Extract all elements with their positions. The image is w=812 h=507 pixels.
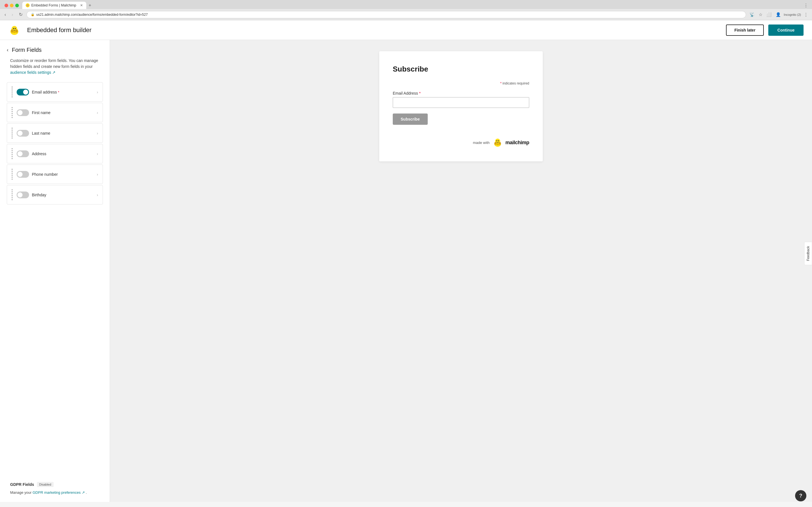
lock-icon: 🔒 <box>31 13 35 16</box>
app-header: Embedded form builder Finish later Conti… <box>0 20 812 40</box>
toggle-phone[interactable] <box>17 171 29 178</box>
field-label-email: Email address * <box>32 90 94 94</box>
field-item-birthday[interactable]: Birthday › <box>7 185 103 205</box>
sidebar-description: Customize or reorder form fields. You ca… <box>0 58 110 82</box>
svg-point-10 <box>499 142 501 145</box>
field-list: Email address * › First name › <box>0 82 110 205</box>
finish-later-button[interactable]: Finish later <box>726 24 764 36</box>
url-text: us21.admin.mailchimp.com/audience/forms/… <box>36 13 148 17</box>
incognito-label: Incognito (2) <box>784 13 801 16</box>
window-close-btn[interactable] <box>4 4 8 7</box>
mailchimp-monkey-icon <box>492 137 503 148</box>
window-minimize-btn[interactable] <box>10 4 13 7</box>
gdpr-description: Manage your GDPR marketing preferences ↗… <box>10 490 100 496</box>
field-item-phone[interactable]: Phone number › <box>7 165 103 184</box>
back-button[interactable]: ‹ <box>3 11 8 18</box>
field-label-last-name: Last name <box>32 131 94 135</box>
audience-fields-link[interactable]: audience fields settings ↗ <box>10 70 56 75</box>
chevron-icon-last-name: › <box>97 131 98 135</box>
sidebar-title: Form Fields <box>12 47 42 53</box>
extensions-icon[interactable]: ⬜ <box>765 11 773 18</box>
chevron-icon-first-name: › <box>97 110 98 115</box>
field-item-email[interactable]: Email address * › <box>7 82 103 102</box>
subscribe-button[interactable]: Subscribe <box>393 114 428 125</box>
required-note: * indicates required <box>393 81 529 86</box>
field-label-phone: Phone number <box>32 172 94 177</box>
svg-point-5 <box>15 28 16 29</box>
preview-area: Subscribe * indicates required Email Add… <box>110 40 812 502</box>
field-label-birthday: Birthday <box>32 193 94 197</box>
mailchimp-logo: mailchimp <box>492 137 529 148</box>
gdpr-marketing-link[interactable]: GDPR marketing preferences ↗ <box>33 490 85 495</box>
chevron-icon-birthday: › <box>97 193 98 197</box>
field-label-address: Address <box>32 152 94 156</box>
tab-favicon: 🐵 <box>26 3 30 7</box>
required-asterisk: * <box>500 81 502 86</box>
email-input[interactable] <box>393 97 529 108</box>
svg-point-6 <box>13 31 16 33</box>
field-item-last-name[interactable]: Last name › <box>7 123 103 143</box>
gdpr-status-badge: Disabled <box>37 482 54 487</box>
cast-icon[interactable]: 📡 <box>748 11 756 18</box>
browser-settings-icon[interactable]: ⋮ <box>803 11 809 18</box>
toggle-first-name[interactable] <box>17 109 29 116</box>
help-button[interactable]: ? <box>795 490 806 501</box>
window-maximize-btn[interactable] <box>15 4 19 7</box>
tab-close-icon[interactable]: ✕ <box>80 3 83 7</box>
bookmark-icon[interactable]: ☆ <box>758 11 763 18</box>
new-tab-button[interactable]: + <box>86 2 93 9</box>
continue-button[interactable]: Continue <box>768 24 804 36</box>
profile-icon[interactable]: 👤 <box>774 11 782 18</box>
email-required-asterisk: * <box>419 91 420 96</box>
sidebar: ‹ Form Fields Customize or reorder form … <box>0 40 110 502</box>
address-bar[interactable]: 🔒 us21.admin.mailchimp.com/audience/form… <box>27 11 746 18</box>
chevron-icon-phone: › <box>97 172 98 177</box>
required-asterisk-email: * <box>58 91 59 94</box>
field-label-first-name: First name <box>32 110 94 115</box>
app-title: Embedded form builder <box>27 26 92 34</box>
field-item-first-name[interactable]: First name › <box>7 103 103 122</box>
reload-button[interactable]: ↻ <box>17 11 24 18</box>
svg-point-11 <box>497 140 498 142</box>
svg-point-9 <box>495 142 497 145</box>
drag-handle-email <box>11 87 13 98</box>
toggle-address[interactable] <box>17 151 29 157</box>
sidebar-back-button[interactable]: ‹ <box>7 47 8 53</box>
svg-point-12 <box>498 140 499 142</box>
email-field-group: Email Address * <box>393 91 529 108</box>
chevron-icon-address: › <box>97 152 98 156</box>
drag-handle-last-name <box>11 128 13 138</box>
drag-handle-birthday <box>11 189 13 200</box>
feedback-button[interactable]: Feedback <box>804 242 812 265</box>
active-browser-tab[interactable]: 🐵 Embedded Forms | Mailchimp ✕ <box>22 2 86 9</box>
drag-handle-address <box>11 148 13 159</box>
svg-point-13 <box>496 144 499 145</box>
chevron-icon-email: › <box>97 90 98 94</box>
toggle-email[interactable] <box>17 89 29 96</box>
tab-title: Embedded Forms | Mailchimp <box>31 3 76 7</box>
gdpr-section: GDPR Fields Disabled Manage your GDPR ma… <box>0 475 110 502</box>
form-footer: made with mailchim <box>393 137 529 148</box>
drag-handle-first-name <box>11 107 13 118</box>
email-field-label: Email Address * <box>393 91 529 96</box>
drag-handle-phone <box>11 169 13 180</box>
footer-made-with: made with <box>473 140 490 145</box>
mailchimp-wordmark: mailchimp <box>505 140 529 146</box>
form-preview-card: Subscribe * indicates required Email Add… <box>379 51 543 161</box>
svg-point-4 <box>13 28 14 29</box>
gdpr-title: GDPR Fields <box>10 482 34 487</box>
app-logo <box>8 24 20 36</box>
forward-button[interactable]: › <box>10 11 15 18</box>
browser-menu-btn[interactable]: ⋮ <box>803 2 809 9</box>
form-preview-title: Subscribe <box>393 65 529 73</box>
toggle-birthday[interactable] <box>17 191 29 198</box>
toggle-last-name[interactable] <box>17 130 29 136</box>
field-item-address[interactable]: Address › <box>7 144 103 163</box>
